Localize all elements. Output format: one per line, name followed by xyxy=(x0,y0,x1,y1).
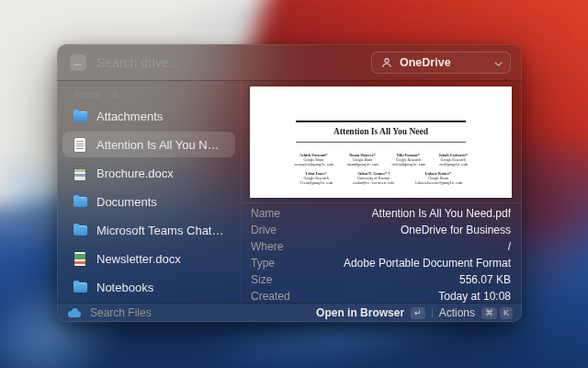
folder-icon xyxy=(73,196,87,207)
back-button[interactable]: ← xyxy=(70,54,86,71)
paper-rule-thin xyxy=(296,142,466,143)
status-bar-actions: Open in Browser ↵ Actions ⌘ K xyxy=(316,306,513,319)
list-item-newsletter[interactable]: Newsletter.docx xyxy=(62,246,235,271)
paper-author: Llion Jones* Google Research llion@googl… xyxy=(300,171,333,186)
list-item-label: Attention Is All You Need.pdf xyxy=(96,138,225,152)
docx-thumbnail-icon xyxy=(73,167,87,180)
folder-icon xyxy=(73,224,87,236)
pdf-preview-page: Attention Is All You Need Ashish Vaswani… xyxy=(250,86,512,198)
list-item-label: Brochure.docx xyxy=(96,167,174,180)
paper-author: Jakob Uszkoreit* Google Research usz@goo… xyxy=(438,153,468,167)
back-arrow-icon: ← xyxy=(74,57,84,68)
list-item-label: Notebooks xyxy=(96,281,153,294)
drive-selector-dropdown[interactable]: OneDrive xyxy=(371,52,511,74)
pdf-document-icon xyxy=(73,138,87,152)
folder-icon xyxy=(73,282,87,293)
metadata-row-name: Name Attention Is All You Need.pdf xyxy=(251,205,511,222)
k-key-icon: K xyxy=(500,307,513,319)
search-input[interactable] xyxy=(96,55,371,70)
metadata-row-drive: Drive OneDrive for Business xyxy=(251,222,511,238)
person-icon xyxy=(379,57,394,68)
search-bar: ← OneDrive xyxy=(57,44,522,81)
list-item-label: Documents xyxy=(96,195,157,209)
list-item-label: Newsletter.docx xyxy=(96,252,181,266)
open-in-browser-button[interactable]: Open in Browser xyxy=(316,306,404,319)
metadata-row-type: Type Adobe Portable Document Format xyxy=(251,255,511,271)
list-item-teams-chat-files[interactable]: Microsoft Teams Chat Files xyxy=(62,217,235,243)
paper-authors-row-1: Ashish Vaswani* Google Brain avaswani@go… xyxy=(250,153,512,167)
paper-author: Noam Shazeer* Google Brain noam@google.c… xyxy=(347,153,379,167)
list-item-documents[interactable]: Documents xyxy=(62,189,235,214)
paper-authors-row-2: Llion Jones* Google Research llion@googl… xyxy=(250,171,512,186)
metadata-row-size: Size 556.07 KB xyxy=(251,271,511,288)
list-item-brochure[interactable]: Brochure.docx xyxy=(62,160,235,186)
actions-shortcut: ⌘ K xyxy=(481,307,513,319)
folder-icon xyxy=(73,110,87,121)
list-item-label: Attachments xyxy=(96,109,163,123)
drive-selector-label: OneDrive xyxy=(400,56,489,69)
command-name: Search Files xyxy=(90,306,316,319)
return-key-icon: ↵ xyxy=(411,307,425,319)
list-item-notebooks[interactable]: Notebooks xyxy=(62,274,235,300)
list-item-label: Microsoft Teams Chat Files xyxy=(96,224,225,237)
preview-panel: Attention Is All You Need Ashish Vaswani… xyxy=(241,81,522,303)
window-body: Items 8 Attachments Attention Is All You… xyxy=(57,81,522,303)
file-metadata: Name Attention Is All You Need.pdf Drive… xyxy=(242,202,522,305)
list-item-attention-pdf[interactable]: Attention Is All You Need.pdf xyxy=(62,132,235,157)
desktop: ← OneDrive xyxy=(0,0,588,368)
paper-title: Attention Is All You Need xyxy=(250,127,512,136)
paper-author: Łukasz Kaiser* Google Brain lukaszkaiser… xyxy=(414,171,462,186)
onedrive-cloud-icon xyxy=(68,311,81,317)
status-bar: Search Files Open in Browser ↵ Actions ⌘… xyxy=(57,303,522,322)
paper-author: Aidan N. Gomez* † University of Toronto … xyxy=(353,171,394,186)
command-key-icon: ⌘ xyxy=(481,307,497,319)
chevron-down-icon xyxy=(494,54,503,71)
results-header: Items 8 xyxy=(62,81,235,103)
results-header-label: Items xyxy=(74,88,100,99)
paper-authors: Ashish Vaswani* Google Brain avaswani@go… xyxy=(250,153,512,186)
paper-rule-thick xyxy=(296,121,466,122)
metadata-row-where: Where / xyxy=(251,238,511,255)
results-list: Items 8 Attachments Attention Is All You… xyxy=(57,81,241,303)
paper-author: Ashish Vaswani* Google Brain avaswani@go… xyxy=(294,153,334,167)
search-drive-window: ← OneDrive xyxy=(57,44,522,322)
docx-thumbnail-icon xyxy=(73,252,87,266)
paper-author: Niki Parmar* Google Research nikip@googl… xyxy=(391,153,424,167)
results-count: 8 xyxy=(112,88,118,99)
status-bar-divider xyxy=(432,308,433,317)
actions-button[interactable]: Actions xyxy=(439,306,475,319)
list-item-attachments[interactable]: Attachments xyxy=(62,103,235,129)
